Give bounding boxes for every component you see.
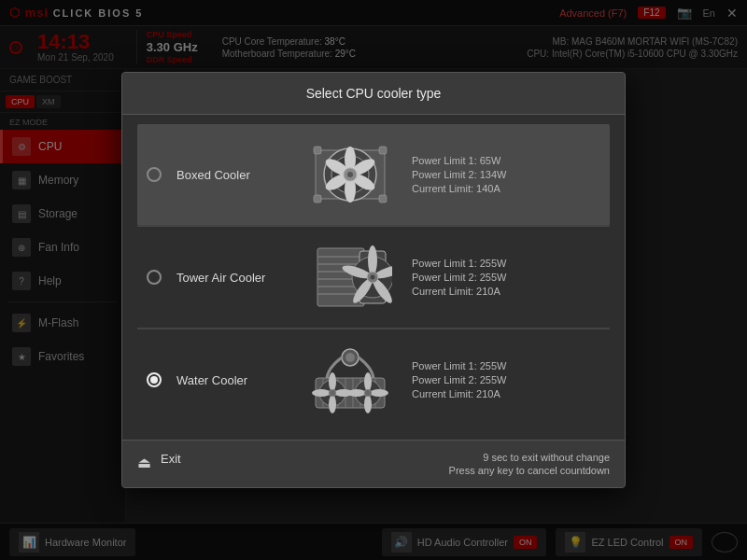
svg-point-43	[329, 372, 336, 391]
water-cooler-specs: Power Limit 1: 255W Power Limit 2: 255W …	[412, 360, 506, 399]
tower-spec-1: Power Limit 1: 255W	[412, 258, 506, 269]
water-cooler-radio[interactable]	[147, 372, 162, 387]
exit-info: 9 sec to exit without change Press any k…	[449, 452, 610, 476]
tower-cooler-radio[interactable]	[147, 270, 162, 285]
boxed-cooler-option[interactable]: Boxed Cooler	[137, 124, 610, 226]
svg-point-47	[329, 389, 336, 397]
svg-point-53	[364, 389, 372, 397]
water-spec-2: Power Limit 2: 255W	[412, 374, 506, 385]
water-cooler-option[interactable]: Water Cooler	[137, 329, 610, 430]
exit-row[interactable]: ⏏ Exit 9 sec to exit without change Pres…	[122, 440, 625, 487]
svg-point-32	[345, 353, 355, 362]
svg-point-30	[371, 275, 375, 280]
svg-point-46	[312, 389, 331, 397]
boxed-spec-3: Current Limit: 140A	[412, 183, 506, 194]
water-spec-1: Power Limit 1: 255W	[412, 360, 506, 371]
tower-cooler-image	[303, 240, 397, 315]
boxed-spec-2: Power Limit 2: 134W	[412, 169, 506, 180]
boxed-cooler-label: Boxed Cooler	[176, 168, 289, 182]
svg-rect-12	[379, 147, 387, 154]
water-cooler-label: Water Cooler	[176, 373, 289, 387]
tower-air-cooler-option[interactable]: Tower Air Cooler	[137, 226, 610, 329]
svg-rect-11	[314, 147, 321, 154]
dialog-title: Select CPU cooler type	[122, 73, 625, 115]
dialog-body: Boxed Cooler	[122, 115, 625, 440]
tower-cooler-label: Tower Air Cooler	[176, 271, 289, 285]
svg-point-45	[329, 395, 336, 413]
tower-spec-2: Power Limit 2: 255W	[412, 272, 506, 283]
svg-point-52	[347, 389, 366, 397]
water-cooler-image	[303, 343, 397, 417]
water-spec-3: Current Limit: 210A	[412, 388, 506, 399]
svg-point-49	[364, 372, 372, 391]
exit-label: Exit	[161, 452, 181, 466]
exit-countdown: 9 sec to exit without change	[449, 452, 610, 463]
exit-icon: ⏏	[137, 454, 151, 471]
overlay: Select CPU cooler type Boxed Cooler	[0, 0, 747, 560]
boxed-spec-1: Power Limit 1: 65W	[412, 155, 506, 166]
boxed-cooler-image	[303, 137, 397, 212]
svg-point-10	[347, 172, 353, 177]
svg-point-50	[370, 389, 388, 397]
svg-rect-13	[314, 195, 321, 203]
boxed-cooler-radio[interactable]	[147, 167, 162, 182]
boxed-cooler-specs: Power Limit 1: 65W Power Limit 2: 134W C…	[412, 155, 506, 194]
cpu-cooler-dialog: Select CPU cooler type Boxed Cooler	[121, 72, 626, 488]
exit-hint: Press any key to cancel countdown	[449, 465, 610, 476]
svg-rect-14	[379, 195, 387, 203]
svg-point-24	[368, 245, 377, 275]
tower-spec-3: Current Limit: 210A	[412, 286, 506, 297]
tower-cooler-specs: Power Limit 1: 255W Power Limit 2: 255W …	[412, 258, 506, 297]
svg-point-51	[364, 395, 372, 413]
